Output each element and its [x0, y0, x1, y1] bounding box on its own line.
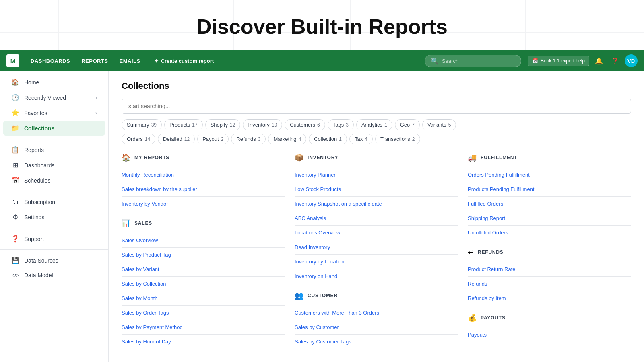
filter-tab-variants[interactable]: Variants 5: [422, 119, 456, 130]
filter-tab-tax[interactable]: Tax 4: [349, 134, 373, 144]
notifications-button[interactable]: 🔔: [592, 54, 605, 67]
section-icon-sales: 📊: [122, 219, 130, 228]
sidebar-item-favorites[interactable]: ⭐ Favorites ›: [3, 105, 105, 120]
sidebar-item-subscription[interactable]: 🗂 Subscription: [3, 195, 105, 209]
sidebar-reports-label: Reports: [24, 147, 44, 153]
help-button[interactable]: ❓: [609, 54, 621, 67]
filter-tab-orders[interactable]: Orders 14: [122, 134, 155, 144]
sidebar-schedules-label: Schedules: [24, 177, 50, 184]
filter-tab-refunds[interactable]: Refunds 3: [231, 134, 266, 144]
filter-tab-analytics[interactable]: Analytics 1: [356, 119, 392, 130]
section-header-my-reports: 🏠 MY REPORTS: [122, 153, 285, 162]
filter-tab-marketing[interactable]: Marketing 4: [268, 134, 306, 144]
section-title-my-reports: MY REPORTS: [134, 155, 169, 160]
section-payouts: 💰 PAYOUTSPayouts: [468, 313, 631, 342]
sidebar-item-recently-viewed[interactable]: 🕐 Recently Viewed ›: [3, 90, 105, 105]
report-link[interactable]: Inventory by Vendor: [122, 197, 285, 211]
report-link[interactable]: Orders Pending Fulfillment: [468, 168, 631, 182]
report-link[interactable]: Dead Inventory: [295, 240, 458, 255]
app-body: 🏠 Home 🕐 Recently Viewed › ⭐ Favorites ›…: [0, 71, 644, 362]
sidebar-item-support[interactable]: ❓ Support: [3, 231, 105, 246]
top-actions: 📅 Book 1:1 expert help 🔔 ❓ VD: [528, 54, 638, 67]
section-items-fulfillment: Orders Pending FulfillmentProducts Pendi…: [468, 168, 631, 240]
nav-reports[interactable]: REPORTS: [76, 56, 113, 66]
report-link[interactable]: Product Return Rate: [468, 262, 631, 277]
code-icon: </>: [11, 272, 19, 278]
expert-help-button[interactable]: 📅 Book 1:1 expert help: [528, 56, 589, 66]
report-link[interactable]: Inventory on Hand: [295, 269, 458, 283]
section-items-payouts: Payouts: [468, 328, 631, 342]
report-link[interactable]: Sales by Product Tag: [122, 248, 285, 262]
report-link[interactable]: Sales by Month: [122, 291, 285, 306]
create-custom-report-button[interactable]: ✦ Create custom report: [149, 56, 219, 66]
sidebar-group-support: ❓ Support: [0, 231, 108, 246]
report-link[interactable]: Inventory Snapshot on a specific date: [295, 197, 458, 211]
report-link[interactable]: Refunds: [468, 277, 631, 291]
report-link[interactable]: Sales by Payment Method: [122, 320, 285, 335]
user-avatar[interactable]: VD: [625, 54, 638, 67]
dashboards-icon: ⊞: [11, 161, 19, 169]
sidebar-group-tools: 📋 Reports ⊞ Dashboards 📅 Schedules: [0, 142, 108, 188]
report-link[interactable]: Sales by Customer Tags: [295, 335, 458, 349]
sidebar-item-data-sources[interactable]: 💾 Data Sources: [3, 253, 105, 268]
create-label: Create custom report: [161, 58, 214, 64]
report-link[interactable]: Sales by Order Tags: [122, 306, 285, 320]
filter-tab-summary[interactable]: Summary 39: [122, 119, 162, 130]
sidebar-item-settings[interactable]: ⚙ Settings: [3, 210, 105, 224]
report-link[interactable]: Monthly Reconciliation: [122, 168, 285, 182]
sidebar-item-collections[interactable]: 📁 Collections: [3, 121, 105, 136]
filter-tab-inventory[interactable]: Inventory 10: [243, 119, 282, 130]
filter-tab-transactions[interactable]: Transactions 2: [375, 134, 420, 144]
report-link[interactable]: Sales by Collection: [122, 277, 285, 291]
report-link[interactable]: Inventory Planner: [295, 168, 458, 182]
section-refunds: ↩ REFUNDSProduct Return RateRefundsRefun…: [468, 248, 631, 305]
report-link[interactable]: Unfulfilled Orders: [468, 226, 631, 240]
report-link[interactable]: Sales Overview: [122, 233, 285, 248]
report-link[interactable]: Sales breakdown by the supplier: [122, 182, 285, 197]
report-link[interactable]: Shipping Report: [468, 211, 631, 226]
report-link[interactable]: Customers with More Than 3 Orders: [295, 306, 458, 320]
filter-tab-shopify[interactable]: Shopify 12: [205, 119, 241, 130]
search-input[interactable]: [442, 58, 515, 64]
sidebar-divider-4: [0, 249, 108, 250]
filter-tab-products[interactable]: Products 17: [164, 119, 203, 130]
collections-search-input[interactable]: [122, 99, 631, 114]
sidebar-item-reports[interactable]: 📋 Reports: [3, 142, 105, 157]
report-link[interactable]: Inventory by Location: [295, 255, 458, 269]
chevron-right-icon: ›: [95, 110, 97, 116]
sidebar-item-schedules[interactable]: 📅 Schedules: [3, 173, 105, 188]
report-link[interactable]: Sales by Customer: [295, 320, 458, 335]
sidebar-favorites-label: Favorites: [24, 110, 47, 116]
report-link[interactable]: Payouts: [468, 328, 631, 342]
report-link[interactable]: ABC Analysis: [295, 211, 458, 226]
section-inventory: 📦 INVENTORYInventory PlannerLow Stock Pr…: [295, 153, 458, 283]
report-link[interactable]: Locations Overview: [295, 226, 458, 240]
filter-tab-payout[interactable]: Payout 2: [197, 134, 229, 144]
sidebar-home-label: Home: [24, 79, 39, 86]
star-icon: ⭐: [11, 109, 19, 117]
filter-tab-geo[interactable]: Geo 7: [395, 119, 420, 130]
home-icon: 🏠: [11, 78, 19, 86]
report-link[interactable]: Refunds by Item: [468, 291, 631, 305]
sidebar-divider-2: [0, 191, 108, 191]
sidebar-data-sources-label: Data Sources: [24, 257, 58, 264]
report-link[interactable]: Sales by Variant: [122, 262, 285, 277]
report-link[interactable]: Products Pending Fulfillment: [468, 182, 631, 197]
nav-dashboards[interactable]: DASHBOARDS: [26, 56, 75, 66]
nav-emails[interactable]: EMAILS: [115, 56, 145, 66]
sidebar-item-dashboards[interactable]: ⊞ Dashboards: [3, 158, 105, 173]
filter-tab-customers[interactable]: Customers 6: [285, 119, 325, 130]
sidebar-item-data-model[interactable]: </> Data Model: [3, 268, 105, 282]
section-title-fulfillment: FULFILLMENT: [481, 155, 517, 160]
report-link[interactable]: Sales by Hour of Day: [122, 335, 285, 349]
logo[interactable]: M: [6, 54, 19, 67]
report-link[interactable]: Fulfilled Orders: [468, 197, 631, 211]
filter-tab-tags[interactable]: Tags 3: [328, 119, 354, 130]
calendar-icon: 📅: [532, 58, 538, 64]
filter-tab-detailed[interactable]: Detailed 12: [158, 134, 195, 144]
filter-tab-collection[interactable]: Collection 1: [309, 134, 347, 144]
collections-grid: 🏠 MY REPORTSMonthly ReconciliationSales …: [122, 153, 631, 357]
clock-icon: 🕐: [11, 94, 19, 101]
sidebar-item-home[interactable]: 🏠 Home: [3, 75, 105, 90]
report-link[interactable]: Low Stock Products: [295, 182, 458, 197]
